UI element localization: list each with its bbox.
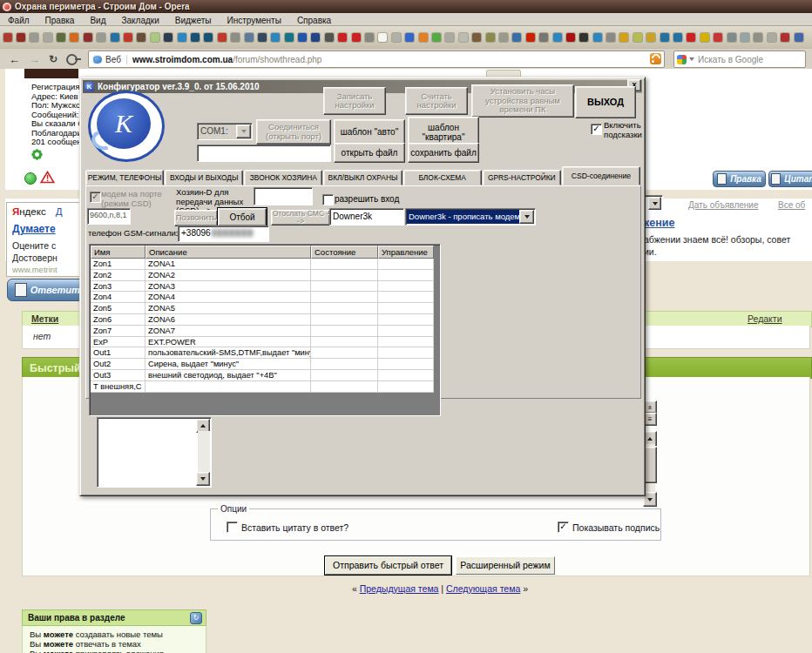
toolbar-icon[interactable]	[592, 30, 603, 44]
sms-text-input[interactable]: Downer3k	[329, 208, 404, 226]
tags-edit-link[interactable]: Редакти	[748, 313, 782, 324]
listbox-scroll-track[interactable]	[198, 431, 210, 472]
dialog-tab-2[interactable]: ЗВОНОК ХОЗЯИНА	[244, 170, 322, 185]
quote-post-button[interactable]: Цитата	[768, 171, 812, 187]
toolbar-icon[interactable]	[753, 30, 764, 44]
com-port-caret-icon[interactable]	[236, 125, 251, 138]
submit-quick-reply-button[interactable]: Отправить быстрый ответ	[325, 556, 451, 575]
gsm-phone-input[interactable]: +38096	[178, 226, 269, 242]
rights-collapse-icon[interactable]: ↻	[190, 612, 202, 624]
connect-button[interactable]: Соединиться (открыть порт)	[256, 119, 331, 145]
toolbar-icon[interactable]	[56, 30, 67, 44]
toolbar-icon[interactable]	[686, 30, 697, 44]
toolbar-icon[interactable]	[457, 30, 469, 44]
template-auto-button[interactable]: шаблон "авто"	[334, 119, 405, 145]
toolbar-icon[interactable]	[699, 30, 710, 44]
menu-item[interactable]: Виджеты	[167, 16, 220, 25]
ad-headline-link[interactable]: Думаете	[12, 223, 56, 235]
dialog-tab-0[interactable]: РЕЖИМ, ТЕЛЕФОНЫ	[85, 170, 164, 185]
table-column-header[interactable]: Описание	[145, 246, 311, 259]
com-port-select[interactable]: COM1:	[197, 123, 253, 140]
dialog-tab-5[interactable]: GPRS-НАСТРОЙКИ	[483, 170, 561, 185]
toolbar-icon[interactable]	[524, 30, 536, 44]
reload-icon[interactable]: ↻	[49, 53, 58, 65]
toolbar-icon[interactable]	[646, 30, 657, 44]
toolbar-icon[interactable]	[673, 30, 684, 44]
toolbar-icon[interactable]	[606, 30, 617, 44]
menu-item[interactable]: Справка	[289, 16, 339, 25]
menu-item[interactable]: Вид	[82, 16, 113, 25]
signature-checkbox[interactable]: ✓	[558, 522, 569, 533]
toolbar-icon[interactable]	[619, 30, 630, 44]
toolbar-icon[interactable]	[390, 30, 402, 44]
forward-icon[interactable]: →	[29, 53, 40, 66]
dialog-tab-1[interactable]: ВХОДЫ И ВЫХОДЫ	[165, 170, 243, 185]
toolbar-icon[interactable]	[337, 30, 348, 44]
table-row[interactable]: Т внешняя,С	[91, 381, 434, 393]
menu-item[interactable]: Инструменты	[220, 16, 289, 25]
toolbar-icon[interactable]	[538, 30, 550, 44]
toolbar-icon[interactable]	[149, 30, 160, 44]
table-column-header[interactable]: Имя	[91, 246, 145, 259]
report-warning-icon[interactable]	[40, 171, 55, 184]
google-search-field[interactable]: Искать в Google	[673, 50, 806, 68]
all-ads-link[interactable]: Все об	[778, 200, 805, 210]
table-row[interactable]: ExPEXT.POWER	[91, 337, 434, 348]
save-file-button[interactable]: сохранить файл	[408, 143, 479, 163]
toolbar-icon[interactable]	[163, 30, 174, 44]
configurator-dialog[interactable]: K Конфигуратор ver.3.9_0. от 15.06.2010 …	[79, 77, 646, 496]
toolbar-icon[interactable]	[565, 30, 576, 44]
table-column-header[interactable]: Управление	[378, 246, 434, 259]
url-field[interactable]: Веб www.stroimdom.com.ua /forum/showthre…	[88, 50, 665, 68]
toolbar-icon[interactable]	[82, 30, 93, 44]
prev-topic-link[interactable]: Предыдущая тема	[360, 583, 439, 594]
toolbar-icon[interactable]	[29, 30, 40, 44]
table-row[interactable]: Zon4ZONA4	[91, 292, 434, 303]
next-topic-link[interactable]: Следующая тема	[446, 583, 520, 594]
write-settings-button[interactable]: Записать настройки	[323, 87, 386, 115]
menu-item[interactable]: Закладки	[113, 16, 166, 25]
toolbar-icon[interactable]	[739, 30, 750, 44]
tags-title-link[interactable]: Метки	[31, 313, 58, 324]
toolbar-icon[interactable]	[417, 30, 429, 44]
toolbar-icon[interactable]	[484, 30, 496, 44]
toolbar-icon[interactable]	[123, 30, 134, 44]
toolbar-icon[interactable]	[310, 30, 321, 44]
table-row[interactable]: Zon1ZONA1	[91, 259, 434, 270]
table-row[interactable]: Zon3ZONA3	[91, 281, 434, 293]
table-column-header[interactable]: Состояние	[311, 246, 378, 259]
log-listbox[interactable]	[97, 417, 212, 488]
toolbar-icon[interactable]	[444, 30, 456, 44]
open-file-button[interactable]: открыть файл	[334, 143, 405, 163]
avatar[interactable]	[24, 69, 78, 78]
send-sms-button[interactable]: Отослать СМС -->	[271, 210, 330, 226]
hangup-button[interactable]: Отбой	[218, 208, 267, 226]
table-row[interactable]: Zon2ZONA2	[91, 270, 434, 281]
listbox-scroll-down[interactable]	[196, 472, 210, 486]
dialog-tab-4[interactable]: БЛОК-СХЕМА	[403, 170, 482, 185]
toolbar-icon[interactable]	[69, 30, 80, 44]
toolbar-icon[interactable]	[713, 30, 724, 44]
toolbar-icon[interactable]	[793, 30, 804, 44]
modem-checkbox[interactable]: ✓	[90, 192, 101, 203]
toolbar-icon[interactable]	[431, 30, 443, 44]
toolbar-icon[interactable]	[579, 30, 590, 44]
owner-id-input[interactable]	[254, 187, 313, 205]
table-row[interactable]: Zon7ZONA7	[91, 326, 434, 337]
toolbar-icon[interactable]	[726, 30, 737, 44]
toolbar-icon[interactable]	[96, 30, 107, 44]
toolbar-icon[interactable]	[15, 30, 26, 44]
toolbar-icon[interactable]	[377, 30, 389, 44]
toolbar-icon[interactable]	[497, 30, 509, 44]
combo-fragment[interactable]	[644, 195, 663, 212]
toolbar-icon[interactable]	[283, 30, 294, 44]
modem-combo[interactable]: Downer3k - прописать модем	[405, 208, 536, 226]
advanced-mode-button[interactable]: Расширенный режим	[456, 556, 555, 575]
rss-icon[interactable]	[650, 53, 661, 64]
table-row[interactable]: Out2Сирена, выдает "минус"	[91, 359, 434, 370]
toolbar-icon[interactable]	[176, 30, 187, 44]
toolbar-icon[interactable]	[203, 30, 214, 44]
toolbar-icon[interactable]	[780, 30, 791, 44]
menu-item[interactable]: Правка	[37, 16, 83, 25]
toolbar-icon[interactable]	[270, 30, 281, 44]
